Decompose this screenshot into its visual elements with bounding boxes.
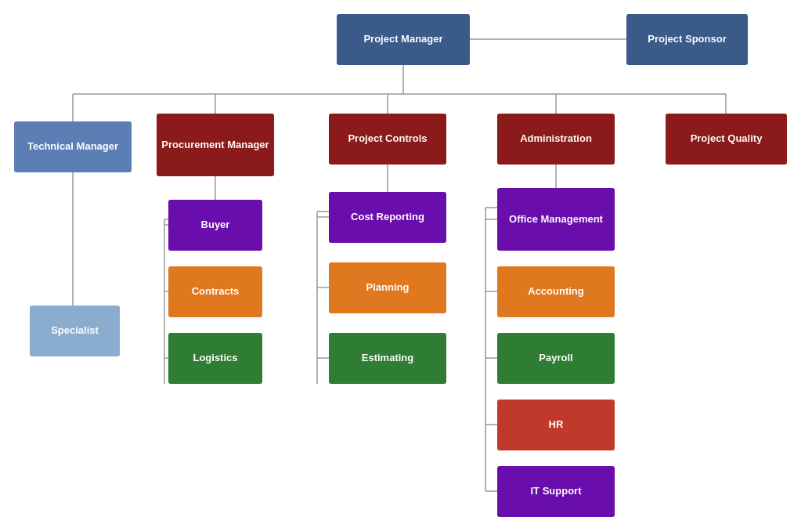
- buyer-box: Buyer: [168, 200, 262, 251]
- cost-reporting-box: Cost Reporting: [329, 192, 446, 243]
- org-chart: Project Manager Project Sponsor Technica…: [0, 0, 812, 528]
- project-manager-box: Project Manager: [337, 14, 470, 65]
- estimating-box: Estimating: [329, 333, 446, 384]
- hr-box: HR: [497, 400, 615, 450]
- technical-manager-box: Technical Manager: [14, 121, 132, 172]
- administration-box: Administration: [497, 114, 615, 165]
- specialist-box: Specialist: [30, 306, 120, 356]
- accounting-box: Accounting: [497, 266, 615, 317]
- it-support-box: IT Support: [497, 466, 615, 517]
- project-controls-box: Project Controls: [329, 114, 446, 165]
- project-quality-box: Project Quality: [666, 114, 787, 165]
- contracts-box: Contracts: [168, 266, 262, 317]
- project-sponsor-box: Project Sponsor: [626, 14, 748, 65]
- procurement-manager-box: Procurement Manager: [157, 114, 274, 176]
- payroll-box: Payroll: [497, 333, 615, 384]
- planning-box: Planning: [329, 262, 446, 313]
- office-management-box: Office Management: [497, 188, 615, 251]
- logistics-box: Logistics: [168, 333, 262, 384]
